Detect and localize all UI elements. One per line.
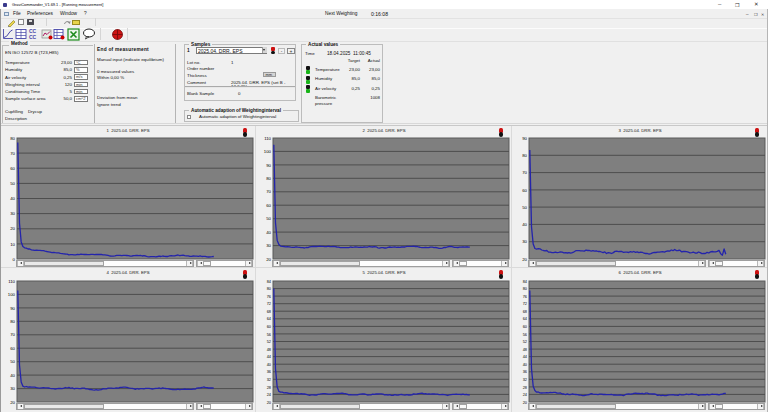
svg-text:48: 48 — [267, 347, 271, 352]
svg-text:28: 28 — [523, 385, 527, 390]
svg-text:80: 80 — [10, 136, 15, 141]
svg-text:52: 52 — [523, 339, 527, 344]
svg-text:100: 100 — [264, 149, 272, 154]
svg-text:30: 30 — [522, 239, 527, 244]
svg-text:84: 84 — [267, 279, 272, 284]
svg-text:32: 32 — [523, 377, 527, 382]
svg-text:68: 68 — [267, 309, 271, 314]
svg-text:110: 110 — [264, 136, 271, 141]
svg-text:20: 20 — [266, 257, 271, 262]
svg-text:32: 32 — [267, 377, 271, 382]
svg-text:90: 90 — [266, 163, 271, 168]
svg-text:28: 28 — [267, 385, 271, 390]
svg-text:84: 84 — [523, 279, 528, 284]
svg-text:24: 24 — [523, 392, 528, 397]
svg-text:20: 20 — [10, 400, 15, 405]
svg-text:40: 40 — [522, 222, 527, 227]
svg-text:80: 80 — [523, 286, 528, 291]
svg-text:80: 80 — [10, 319, 15, 324]
svg-text:44: 44 — [523, 354, 528, 359]
svg-text:64: 64 — [523, 316, 528, 321]
svg-text:40: 40 — [10, 196, 15, 201]
svg-text:56: 56 — [523, 332, 527, 337]
svg-text:30: 30 — [266, 243, 271, 248]
svg-text:44: 44 — [267, 354, 272, 359]
svg-text:80: 80 — [522, 153, 527, 158]
svg-text:80: 80 — [267, 286, 272, 291]
svg-text:20: 20 — [10, 226, 15, 231]
svg-text:36: 36 — [267, 369, 271, 374]
svg-text:80: 80 — [266, 176, 271, 181]
svg-text:70: 70 — [10, 151, 15, 156]
svg-text:50: 50 — [266, 216, 271, 221]
svg-text:10: 10 — [10, 242, 15, 247]
svg-text:24: 24 — [267, 392, 272, 397]
svg-text:30: 30 — [10, 211, 15, 216]
svg-text:48: 48 — [523, 347, 527, 352]
svg-text:36: 36 — [523, 369, 527, 374]
svg-text:68: 68 — [523, 309, 527, 314]
svg-text:50: 50 — [10, 181, 15, 186]
svg-text:72: 72 — [267, 301, 271, 306]
svg-text:30: 30 — [10, 386, 15, 391]
svg-text:76: 76 — [267, 294, 271, 299]
svg-text:50: 50 — [522, 205, 527, 210]
svg-text:40: 40 — [523, 362, 528, 367]
svg-text:64: 64 — [267, 316, 272, 321]
svg-text:56: 56 — [267, 332, 271, 337]
svg-text:70: 70 — [266, 189, 271, 194]
svg-text:40: 40 — [10, 373, 15, 378]
svg-text:70: 70 — [10, 332, 15, 337]
svg-text:70: 70 — [522, 170, 527, 175]
svg-text:76: 76 — [523, 294, 527, 299]
svg-text:40: 40 — [266, 230, 271, 235]
svg-text:52: 52 — [267, 339, 271, 344]
svg-text:110: 110 — [8, 279, 15, 284]
svg-text:40: 40 — [267, 362, 272, 367]
svg-text:60: 60 — [266, 203, 271, 208]
svg-text:60: 60 — [10, 346, 15, 351]
svg-text:50: 50 — [10, 359, 15, 364]
svg-text:72: 72 — [523, 301, 527, 306]
svg-text:60: 60 — [523, 324, 528, 329]
svg-text:60: 60 — [522, 188, 527, 193]
svg-text:90: 90 — [10, 306, 15, 311]
svg-text:90: 90 — [522, 136, 527, 141]
svg-text:60: 60 — [10, 166, 15, 171]
svg-text:100: 100 — [8, 292, 16, 297]
svg-text:60: 60 — [267, 324, 272, 329]
svg-text:20: 20 — [522, 257, 527, 262]
